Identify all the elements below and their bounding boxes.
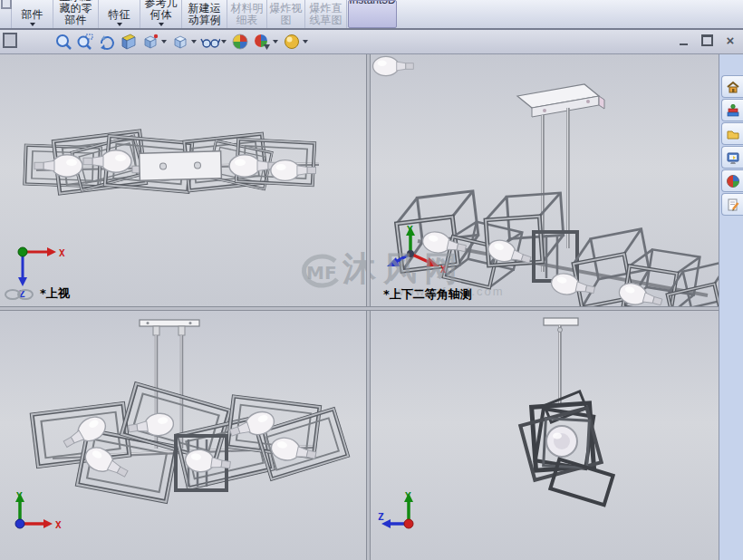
apply-scene-icon[interactable] [229,32,251,52]
document-pencil-icon [726,198,740,212]
section-view-icon[interactable] [118,32,140,52]
explode-line-sketch-button[interactable]: 爆炸直 线草图 [305,0,347,28]
custom-properties-tab[interactable] [721,193,743,216]
display-style-icon[interactable] [169,32,191,52]
minimize-button[interactable] [676,34,690,47]
view-toolbar: × [0,30,743,54]
chevron-down-icon[interactable] [221,40,227,43]
new-motion-study-button[interactable]: 新建运 动算例 [182,0,227,28]
axis-x-label: X [440,265,446,275]
appearances-scenes-tab[interactable] [721,169,743,192]
chevron-down-icon[interactable] [191,40,197,43]
cmd-partial-button[interactable] [0,0,12,28]
view-settings-icon[interactable] [281,32,303,52]
viewport-dimetric-view[interactable]: Y X *上下二等角轴测 [371,54,719,306]
chevron-down-icon [117,23,122,26]
button-label: 部件 [22,9,43,21]
button-label: 线草图 [310,14,343,26]
button-label: 何体 [150,9,172,21]
ceiling-plate [544,318,578,325]
view-palette-icon [726,150,740,165]
instant3d-button[interactable]: Instant3D [348,0,397,28]
view-orientation-icon[interactable] [140,32,161,52]
cropped-icon [1,0,12,9]
viewport-corner-button[interactable] [3,33,17,48]
viewport-right-view[interactable]: Y Z [371,311,719,560]
close-button[interactable]: × [723,34,738,47]
axis-x-label: X [59,247,65,259]
features-button[interactable]: 特征 [99,0,140,28]
solidworks-window: 部件 显示隐 藏的零 部件 特征 参考几 何体 新建运 动算例 材料明 细表 爆… [0,0,743,560]
reference-geometry-button[interactable]: 参考几 何体 [140,0,182,28]
viewport-splitter-horizontal[interactable] [0,306,719,311]
appearances-ball-icon [726,174,740,188]
axis-y-label: Y [407,224,413,236]
button-label: Instant3D [349,0,395,6]
axis-x-label: X [55,519,62,531]
design-library-tab[interactable] [721,99,743,121]
zoom-to-area-icon[interactable] [74,32,96,52]
zoom-to-fit-icon[interactable] [53,32,74,52]
chevron-down-icon[interactable] [161,40,167,43]
ceiling-plate [517,84,604,117]
show-hidden-components-button[interactable]: 显示隐 藏的零 部件 [53,0,99,28]
command-manager: 部件 显示隐 藏的零 部件 特征 参考几 何体 新建运 动算例 材料明 细表 爆… [0,0,743,30]
home-icon [726,80,740,94]
viewport-top-view[interactable]: X Z *上视 [0,54,366,306]
hide-show-items-icon[interactable] [199,32,221,52]
canopy-plate [140,151,222,180]
bill-of-materials-button[interactable]: 材料明 细表 [227,0,267,28]
triad-right-view: Y Z [378,488,450,542]
axis-z-label: Z [378,511,384,523]
edit-appearance-icon[interactable] [251,32,273,52]
restore-button[interactable] [700,34,714,47]
viewport-label: *上视 [40,285,70,302]
design-library-icon [726,103,740,118]
chevron-down-icon[interactable] [303,40,308,43]
axis-y-label: Y [16,490,23,502]
chevron-down-icon[interactable] [273,40,278,43]
solidworks-resources-tab[interactable] [721,75,743,98]
folder-icon [726,127,740,141]
triad-front-view: Y X [0,488,72,542]
rotate-view-icon[interactable] [96,32,118,52]
chevron-down-icon [30,23,35,26]
triad-dimetric-view: Y X [383,223,456,286]
button-label: 动算例 [188,14,221,26]
exploded-view-button[interactable]: 爆炸视 图 [267,0,305,28]
button-label: 部件 [65,14,87,26]
chevron-down-icon [159,23,164,26]
file-explorer-tab[interactable] [721,122,743,145]
button-label: 细表 [236,14,258,26]
axis-y-label: Y [405,490,411,502]
insert-component-button[interactable]: 部件 [12,0,53,28]
link-icon [4,288,34,301]
viewport-front-view[interactable]: Y X [0,311,366,560]
graphics-area: X Z *上视 [0,54,743,560]
viewport-label: *上下二等角轴测 [383,286,472,303]
view-palette-tab[interactable] [721,146,743,169]
button-label: 图 [281,14,292,26]
task-pane [719,54,743,560]
button-label: 特征 [109,9,130,21]
ceiling-plate [140,320,199,326]
